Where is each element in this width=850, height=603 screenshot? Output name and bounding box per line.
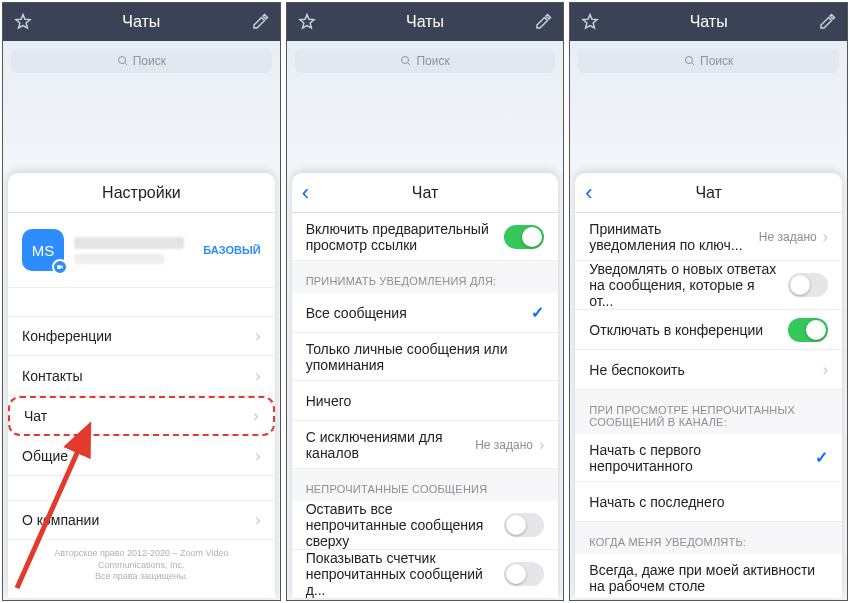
topbar-title: Чаты xyxy=(122,13,160,31)
section-unreadchan: ПРИ ПРОСМОТРЕ НЕПРОЧИТАННЫХ СООБЩЕНИЙ В … xyxy=(575,390,842,434)
opt-all[interactable]: Все сообщения ✓ xyxy=(292,293,559,333)
menu-label: Чат xyxy=(24,408,253,424)
toggle-notify-replies[interactable] xyxy=(788,273,828,297)
row-label: Ничего xyxy=(306,393,545,409)
phone-chat-settings-1: Чаты Поиск ‹ Чат Включить предварительны… xyxy=(286,2,565,601)
favorite-icon[interactable] xyxy=(297,12,317,32)
row-label: Только личные сообщения или упоминания xyxy=(306,341,545,373)
toggle-mute-conf[interactable] xyxy=(788,318,828,342)
menu-label: Контакты xyxy=(22,368,255,384)
menu-contacts[interactable]: Контакты › xyxy=(8,356,275,396)
row-label: С исключениями для каналов xyxy=(306,429,476,461)
opt-dm[interactable]: Только личные сообщения или упоминания xyxy=(292,333,559,381)
search-placeholder: Поиск xyxy=(700,54,733,68)
chat-sheet: ‹ Чат Принимать уведомления по ключ... Н… xyxy=(575,173,842,598)
chevron-right-icon: › xyxy=(255,511,260,529)
menu-label: Общие xyxy=(22,448,255,464)
sheet-head: ‹ Чат xyxy=(292,173,559,213)
always-row[interactable]: Всегда, даже при моей активности на рабо… xyxy=(575,554,842,598)
topbar: Чаты xyxy=(3,3,280,41)
row-label: Показывать счетчик непрочитанных сообщен… xyxy=(306,550,505,598)
chevron-right-icon: › xyxy=(539,436,544,454)
profile-name-blurred xyxy=(74,237,193,264)
chevron-right-icon: › xyxy=(255,327,260,345)
row-value: Не задано xyxy=(759,230,817,244)
phone-chat-settings-2: Чаты Поиск ‹ Чат Принимать уведомления п… xyxy=(569,2,848,601)
menu-label: О компании xyxy=(22,512,255,528)
row-value: Не задано xyxy=(475,438,533,452)
camera-badge-icon xyxy=(52,259,68,275)
row-label: Начать с последнего xyxy=(589,494,828,510)
profile-row[interactable]: MS БАЗОВЫЙ xyxy=(8,213,275,288)
notify-replies-row[interactable]: Уведомлять о новых ответах на сообщения,… xyxy=(575,261,842,310)
copyright-footer: Авторское право 2012-2020 – Zoom Video C… xyxy=(8,540,275,587)
dnd-row[interactable]: Не беспокоить › xyxy=(575,350,842,390)
row-label: Оставить все непрочитанные сообщения све… xyxy=(306,501,505,549)
menu-conferences[interactable]: Конференции › xyxy=(8,316,275,356)
opt-none[interactable]: Ничего xyxy=(292,381,559,421)
compose-icon[interactable] xyxy=(533,12,553,32)
toggle-keep-top[interactable] xyxy=(504,513,544,537)
favorite-icon[interactable] xyxy=(580,12,600,32)
section-notify: ПРИНИМАТЬ УВЕДОМЛЕНИЯ ДЛЯ: xyxy=(292,261,559,293)
svg-point-2 xyxy=(686,57,693,64)
show-counter-row[interactable]: Показывать счетчик непрочитанных сообщен… xyxy=(292,550,559,598)
accept-key-row[interactable]: Принимать уведомления по ключ... Не зада… xyxy=(575,213,842,261)
toggle-show-counter[interactable] xyxy=(504,562,544,586)
check-icon: ✓ xyxy=(531,303,544,322)
favorite-icon[interactable] xyxy=(13,12,33,32)
start-first-row[interactable]: Начать с первого непрочитанного ✓ xyxy=(575,434,842,482)
avatar-initials: MS xyxy=(32,242,55,259)
row-label: Все сообщения xyxy=(306,305,532,321)
svg-point-1 xyxy=(402,57,409,64)
menu-chat[interactable]: Чат › xyxy=(8,396,275,436)
search-placeholder: Поиск xyxy=(133,54,166,68)
settings-sheet: Настройки MS БАЗОВЫЙ Конференции › Конта xyxy=(8,173,275,598)
back-icon[interactable]: ‹ xyxy=(302,182,309,204)
opt-except[interactable]: С исключениями для каналов Не задано › xyxy=(292,421,559,469)
phone-settings: Чаты Поиск Настройки MS БАЗОВЫЙ Конфере xyxy=(2,2,281,601)
row-label: Начать с первого непрочитанного xyxy=(589,442,815,474)
compose-icon[interactable] xyxy=(250,12,270,32)
section-unread: НЕПРОЧИТАННЫЕ СООБЩЕНИЯ xyxy=(292,469,559,501)
menu-about[interactable]: О компании › xyxy=(8,500,275,540)
search-bar[interactable]: Поиск xyxy=(578,49,839,73)
link-preview-row[interactable]: Включить предварительный просмотр ссылки xyxy=(292,213,559,261)
start-last-row[interactable]: Начать с последнего xyxy=(575,482,842,522)
toggle-link-preview[interactable] xyxy=(504,225,544,249)
row-label: Принимать уведомления по ключ... xyxy=(589,221,759,253)
chevron-right-icon: › xyxy=(255,447,260,465)
mute-conf-row[interactable]: Отключать в конференции xyxy=(575,310,842,350)
check-icon: ✓ xyxy=(815,448,828,467)
back-icon[interactable]: ‹ xyxy=(585,182,592,204)
search-bar[interactable]: Поиск xyxy=(11,49,272,73)
chevron-right-icon: › xyxy=(253,407,258,425)
row-label: Уведомлять о новых ответах на сообщения,… xyxy=(589,261,788,309)
search-bar[interactable]: Поиск xyxy=(295,49,556,73)
topbar-title: Чаты xyxy=(406,13,444,31)
account-badge: БАЗОВЫЙ xyxy=(203,244,260,256)
row-label: Включить предварительный просмотр ссылки xyxy=(306,221,505,253)
search-icon xyxy=(400,55,412,67)
row-label: Отключать в конференции xyxy=(589,322,788,338)
search-placeholder: Поиск xyxy=(416,54,449,68)
row-label: Не беспокоить xyxy=(589,362,822,378)
section-when: КОГДА МЕНЯ УВЕДОМЛЯТЬ: xyxy=(575,522,842,554)
search-icon xyxy=(684,55,696,67)
search-icon xyxy=(117,55,129,67)
keep-top-row[interactable]: Оставить все непрочитанные сообщения све… xyxy=(292,501,559,550)
topbar: Чаты xyxy=(570,3,847,41)
menu-general[interactable]: Общие › xyxy=(8,436,275,476)
compose-icon[interactable] xyxy=(817,12,837,32)
sheet-title: Чат xyxy=(412,184,439,202)
avatar: MS xyxy=(22,229,64,271)
chevron-right-icon: › xyxy=(823,228,828,246)
sheet-head: ‹ Чат xyxy=(575,173,842,213)
sheet-title: Настройки xyxy=(8,173,275,213)
row-label: Всегда, даже при моей активности на рабо… xyxy=(589,562,828,594)
chat-sheet: ‹ Чат Включить предварительный просмотр … xyxy=(292,173,559,598)
chevron-right-icon: › xyxy=(823,361,828,379)
svg-point-0 xyxy=(118,57,125,64)
sheet-title: Чат xyxy=(695,184,722,202)
topbar-title: Чаты xyxy=(690,13,728,31)
